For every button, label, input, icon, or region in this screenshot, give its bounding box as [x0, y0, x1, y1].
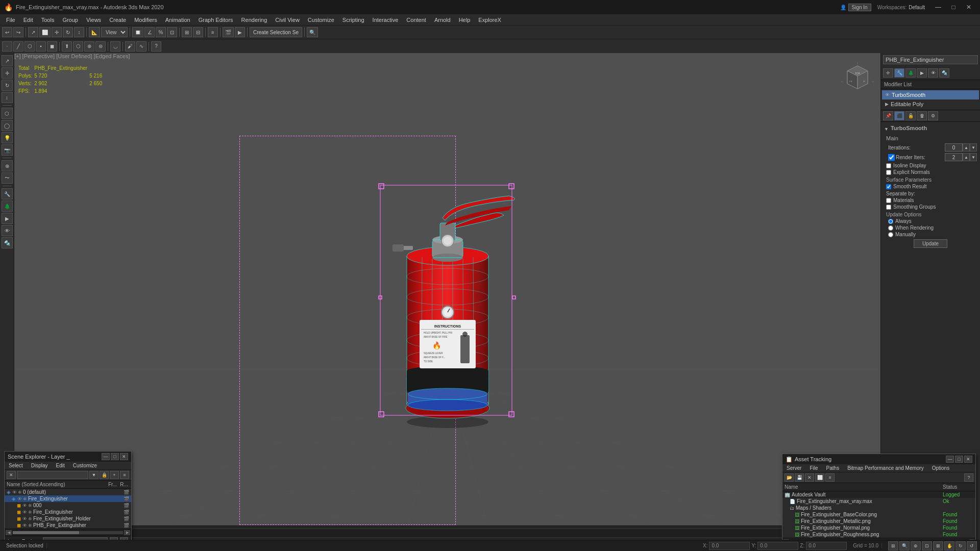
show-end-result-btn[interactable]: ⬛: [894, 111, 904, 120]
border-mode-button[interactable]: ⬡: [24, 41, 35, 52]
spinner-snap-button[interactable]: ⊡: [167, 27, 177, 37]
ts-materials-check[interactable]: [886, 198, 891, 203]
ts-iterations-down[interactable]: ▼: [970, 143, 977, 152]
vertex-mode-button[interactable]: ·: [2, 41, 12, 52]
paint-deformation-button[interactable]: 🖌: [125, 41, 135, 52]
se-menu-select[interactable]: Select: [5, 462, 27, 469]
align-button[interactable]: ⊟: [193, 27, 203, 37]
menu-group[interactable]: Group: [58, 16, 82, 24]
menu-create[interactable]: Create: [105, 16, 130, 24]
lt-move-tool[interactable]: ✛: [2, 67, 13, 79]
edge-mode-button[interactable]: ╱: [13, 41, 23, 52]
restore-button[interactable]: □: [946, 2, 961, 12]
se-row-phb-fire-ext[interactable]: ◼ 👁 ❄ PHB_Fire_Extinguisher 🎬: [5, 522, 131, 529]
se-minimize-btn[interactable]: —: [102, 453, 110, 460]
extrude-button[interactable]: ⬆: [62, 41, 72, 52]
at-tb-btn1[interactable]: 📂: [785, 473, 794, 482]
reference-coord-dropdown[interactable]: View: [101, 27, 128, 37]
se-scroll-right[interactable]: ▶: [124, 530, 130, 535]
nav-cube[interactable]: TOP FR RI ↑ ← →: [840, 58, 875, 94]
lt-spacewarp-tool[interactable]: 〜: [2, 172, 13, 184]
menu-tools[interactable]: Tools: [37, 16, 59, 24]
at-tb-btn2[interactable]: 💾: [795, 473, 804, 482]
close-button[interactable]: ✕: [962, 2, 976, 12]
vp-pan-btn[interactable]: ✋: [944, 541, 954, 550]
status-z-coord[interactable]: 0.0: [806, 542, 847, 550]
menu-customize[interactable]: Customize: [304, 16, 338, 24]
ts-smooth-result-check[interactable]: [886, 184, 891, 189]
ts-manually-radio[interactable]: [888, 232, 893, 237]
lt-geometry-tool[interactable]: ⬡: [2, 108, 13, 119]
at-menu-server[interactable]: Server: [782, 464, 805, 472]
search-button[interactable]: 🔍: [307, 27, 318, 37]
ts-iterations-input[interactable]: 0: [945, 143, 963, 152]
help-button[interactable]: ?: [151, 41, 161, 52]
vp-zoom-all-btn[interactable]: ⊕: [911, 541, 921, 550]
reference-coord-button[interactable]: 📐: [89, 27, 100, 37]
menu-interactive[interactable]: Interactive: [369, 16, 403, 24]
configure-modifier-sets-btn[interactable]: ⚙: [928, 111, 938, 120]
at-tb-btn4[interactable]: ⬜: [815, 473, 824, 482]
motion-mode-btn[interactable]: ▶: [917, 68, 927, 78]
at-close-btn[interactable]: ✕: [964, 456, 972, 463]
ts-render-iters-up[interactable]: ▲: [963, 153, 970, 161]
display-mode-btn[interactable]: 👁: [928, 68, 938, 78]
se-scroll-thumb[interactable]: [13, 531, 79, 534]
element-mode-button[interactable]: ◼: [47, 41, 57, 52]
snap-toggle-button[interactable]: 🔲: [132, 27, 143, 37]
at-minimize-btn[interactable]: —: [946, 456, 954, 463]
vp-orbit-selected-btn[interactable]: ↺: [967, 541, 977, 550]
layer-manager-button[interactable]: ≡: [208, 27, 218, 37]
ts-explicit-normals-check[interactable]: [886, 170, 891, 175]
at-row-vault[interactable]: 🏢 Autodesk Vault Logged: [782, 491, 975, 498]
se-close-btn[interactable]: ✕: [120, 453, 128, 460]
se-menu-customize[interactable]: Customize: [69, 462, 101, 469]
at-tb-btn3[interactable]: ✕: [805, 473, 814, 482]
menu-views[interactable]: Views: [82, 16, 105, 24]
lt-hierarchy-tool[interactable]: 🌲: [2, 201, 13, 212]
lt-select-tool[interactable]: ↗: [2, 55, 13, 66]
at-row-maps-cat[interactable]: 🗂 Maps / Shaders: [782, 505, 975, 511]
pin-stack-btn[interactable]: 📌: [883, 111, 893, 120]
se-scroll-left[interactable]: ◀: [6, 530, 12, 535]
lt-helper-tool[interactable]: ⊕: [2, 160, 13, 171]
se-search-input[interactable]: [17, 471, 88, 479]
menu-modifiers[interactable]: Modifiers: [130, 16, 161, 24]
status-x-coord[interactable]: 0.0: [709, 542, 750, 550]
lt-camera-tool[interactable]: 📷: [2, 144, 13, 156]
angle-snap-button[interactable]: ∠: [144, 27, 155, 37]
menu-explorex[interactable]: ExploreX: [474, 16, 505, 24]
utilities-mode-btn[interactable]: 🔩: [939, 68, 949, 78]
menu-arnold[interactable]: Arnold: [430, 16, 455, 24]
vp-maximize-btn[interactable]: ⊞: [888, 541, 898, 550]
se-options-btn[interactable]: ≡: [120, 471, 129, 479]
soft-selection-button[interactable]: ◡: [110, 41, 120, 52]
bridge-button[interactable]: ⊜: [95, 41, 106, 52]
lt-modify-tool[interactable]: 🔧: [2, 188, 13, 199]
se-lock-btn[interactable]: 🔒: [100, 471, 109, 479]
anim-timeline[interactable]: [118, 529, 799, 538]
hierarchy-mode-btn[interactable]: 🌲: [905, 68, 916, 78]
lt-motion-tool[interactable]: ▶: [2, 213, 13, 224]
scale-button[interactable]: ↕: [74, 27, 84, 37]
lt-light-tool[interactable]: 💡: [2, 132, 13, 143]
at-row-basecolor[interactable]: 🖼 Fire_Extinguisher_BaseColor.png Found: [782, 511, 975, 518]
vp-zoom-extents-btn[interactable]: ⊡: [922, 541, 932, 550]
se-filter-btn[interactable]: ▼: [89, 471, 99, 479]
ts-isoline-check[interactable]: [886, 163, 891, 168]
lt-rotate-tool[interactable]: ↻: [2, 80, 13, 91]
se-add-btn[interactable]: +: [110, 471, 119, 479]
create-selection-set-button[interactable]: Create Selection Se: [250, 27, 302, 37]
make-unique-btn[interactable]: 🔓: [905, 111, 916, 120]
menu-file[interactable]: File: [2, 16, 19, 24]
main-viewport[interactable]: [+] [Perspective] [User Defined] [Edged …: [14, 53, 880, 540]
se-menu-edit[interactable]: Edit: [52, 462, 69, 469]
status-y-coord[interactable]: 0.0: [757, 542, 798, 550]
polygon-mode-button[interactable]: ▪: [36, 41, 46, 52]
signin-button[interactable]: Sign In: [848, 4, 871, 11]
ts-render-iters-down[interactable]: ▼: [970, 153, 977, 161]
at-row-metallic[interactable]: 🖼 Fire_Extinguisher_Metallic.png Found: [782, 518, 975, 524]
menu-edit[interactable]: Edit: [19, 16, 37, 24]
vp-zoom-extents-all-btn[interactable]: ⊠: [933, 541, 943, 550]
menu-content[interactable]: Content: [402, 16, 430, 24]
